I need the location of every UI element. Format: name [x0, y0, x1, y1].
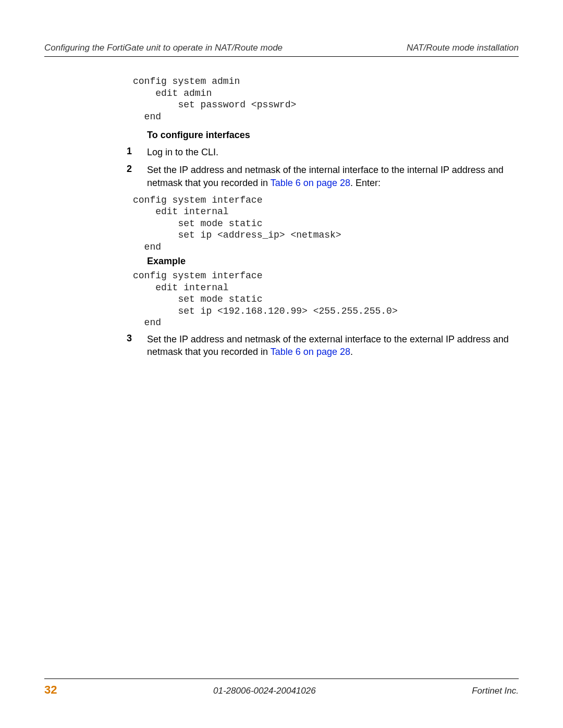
table-link[interactable]: Table 6 on page 28 — [271, 178, 350, 188]
step-text: Set the IP address and netmask of the ex… — [147, 333, 519, 359]
step-number: 2 — [124, 164, 147, 175]
step-3: 3 Set the IP address and netmask of the … — [124, 333, 519, 359]
page-number: 32 — [44, 683, 57, 697]
company-name: Fortinet Inc. — [472, 686, 519, 696]
header-right: NAT/Route mode installation — [407, 43, 519, 53]
step-text-before: Log in to the CLI. — [147, 147, 218, 157]
step-text-after: . — [350, 347, 353, 357]
step-number: 3 — [124, 333, 147, 344]
code-block-interface-generic: config system interface edit internal se… — [124, 194, 519, 253]
page-header: Configuring the FortiGate unit to operat… — [44, 43, 519, 57]
step-text-after: . Enter: — [350, 178, 381, 188]
code-block-admin: config system admin edit admin set passw… — [124, 76, 519, 122]
page-footer: 32 01-28006-0024-20041026 Fortinet Inc. — [44, 678, 519, 697]
heading-configure-interfaces: To configure interfaces — [124, 130, 519, 141]
table-link[interactable]: Table 6 on page 28 — [271, 347, 350, 357]
step-number: 1 — [124, 146, 147, 157]
document-id: 01-28006-0024-20041026 — [213, 686, 316, 696]
header-left: Configuring the FortiGate unit to operat… — [44, 43, 283, 53]
code-block-interface-example: config system interface edit internal se… — [124, 270, 519, 329]
step-text: Set the IP address and netmask of the in… — [147, 164, 519, 189]
step-2: 2 Set the IP address and netmask of the … — [124, 164, 519, 189]
step-text: Log in to the CLI. — [147, 146, 519, 158]
heading-example: Example — [124, 256, 519, 267]
step-1: 1 Log in to the CLI. — [124, 146, 519, 158]
page-content: config system admin edit admin set passw… — [44, 76, 519, 358]
